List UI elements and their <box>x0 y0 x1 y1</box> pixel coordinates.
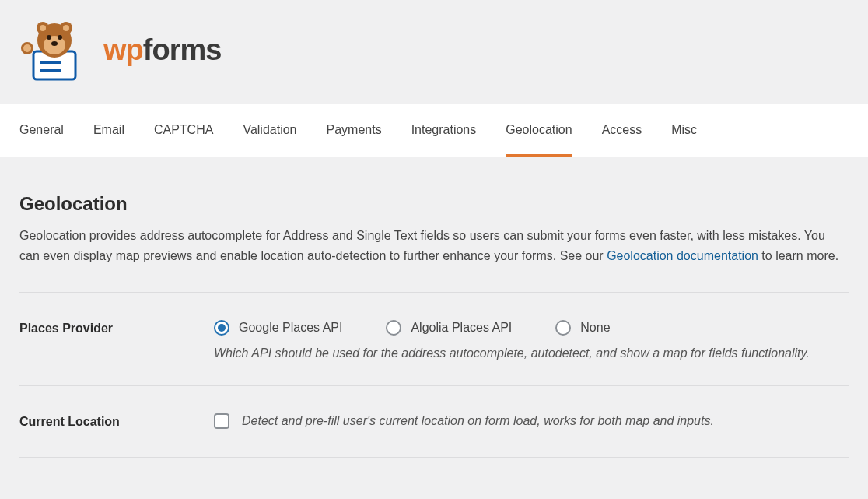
places-provider-help: Which API should be used for the address… <box>214 346 849 360</box>
svg-point-9 <box>47 35 51 40</box>
tab-access[interactable]: Access <box>602 104 642 157</box>
geolocation-doc-link[interactable]: Geolocation documentation <box>607 249 758 262</box>
current-location-checkbox[interactable]: Detect and pre-fill user's current locat… <box>214 413 714 429</box>
page-description-tail: to learn more. <box>758 249 838 262</box>
svg-point-6 <box>40 25 46 31</box>
svg-point-10 <box>58 35 62 40</box>
wpforms-logo: wpforms <box>19 19 259 83</box>
svg-text:wpforms: wpforms <box>103 33 221 66</box>
places-provider-label: Places Provider <box>19 320 214 360</box>
page-description: Geolocation provides address autocomplet… <box>19 226 844 267</box>
current-location-field: Detect and pre-fill user's current locat… <box>214 413 849 432</box>
page-title: Geolocation <box>19 193 849 215</box>
wpforms-mascot-icon <box>19 19 93 83</box>
setting-row-current-location: Current Location Detect and pre-fill use… <box>19 386 849 458</box>
tab-misc[interactable]: Misc <box>671 104 697 157</box>
tab-integrations[interactable]: Integrations <box>411 104 477 157</box>
svg-point-13 <box>23 44 31 52</box>
radio-google-places[interactable]: Google Places API <box>214 320 342 336</box>
tab-email[interactable]: Email <box>93 104 124 157</box>
settings-tabs: General Email CAPTCHA Validation Payment… <box>0 104 868 158</box>
setting-row-places-provider: Places Provider Google Places API Algoli… <box>19 293 849 386</box>
tab-validation[interactable]: Validation <box>243 104 296 157</box>
settings-content: Geolocation Geolocation provides address… <box>0 158 868 473</box>
radio-algolia-label: Algolia Places API <box>411 321 512 335</box>
tab-captcha[interactable]: CAPTCHA <box>154 104 213 157</box>
radio-none[interactable]: None <box>555 320 610 336</box>
tab-general[interactable]: General <box>19 104 64 157</box>
places-provider-field: Google Places API Algolia Places API Non… <box>214 320 849 360</box>
header-band: wpforms <box>0 0 868 104</box>
svg-point-7 <box>63 25 69 31</box>
radio-none-label: None <box>580 321 610 335</box>
places-provider-radio-group: Google Places API Algolia Places API Non… <box>214 320 849 336</box>
tab-payments[interactable]: Payments <box>326 104 381 157</box>
radio-algolia-places[interactable]: Algolia Places API <box>386 320 512 336</box>
wpforms-wordmark: wpforms <box>103 33 259 68</box>
radio-dot-icon <box>214 320 229 336</box>
radio-dot-icon <box>386 320 401 336</box>
checkbox-icon <box>214 413 229 429</box>
radio-google-label: Google Places API <box>239 321 342 335</box>
radio-dot-icon <box>555 320 571 336</box>
current-location-help: Detect and pre-fill user's current locat… <box>242 414 714 428</box>
tab-geolocation[interactable]: Geolocation <box>506 104 572 157</box>
svg-point-11 <box>51 41 58 46</box>
current-location-label: Current Location <box>19 413 214 432</box>
